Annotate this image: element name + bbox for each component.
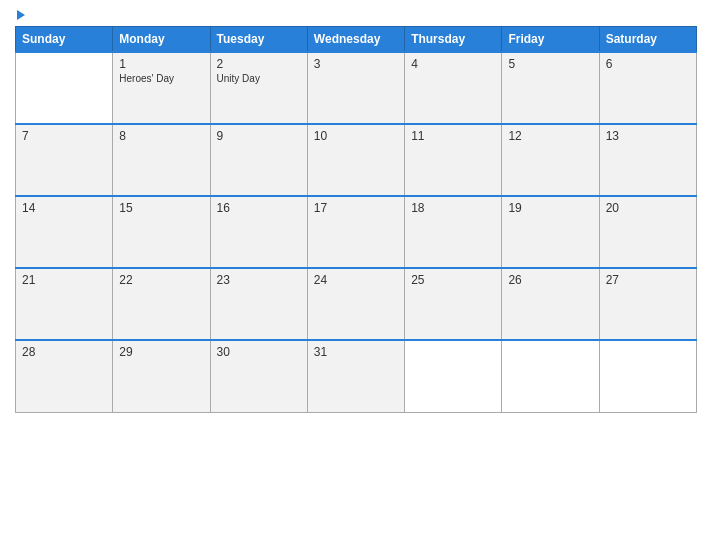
calendar-cell: 18 [405, 196, 502, 268]
week-row-3: 14151617181920 [16, 196, 697, 268]
weekday-header-row: SundayMondayTuesdayWednesdayThursdayFrid… [16, 27, 697, 53]
day-number: 10 [314, 129, 398, 143]
weekday-header-thursday: Thursday [405, 27, 502, 53]
calendar-cell: 6 [599, 52, 696, 124]
calendar-cell: 16 [210, 196, 307, 268]
calendar-cell: 3 [307, 52, 404, 124]
event-label: Heroes' Day [119, 73, 203, 84]
week-row-5: 28293031 [16, 340, 697, 412]
day-number: 25 [411, 273, 495, 287]
calendar-cell: 1Heroes' Day [113, 52, 210, 124]
calendar-cell: 9 [210, 124, 307, 196]
day-number: 6 [606, 57, 690, 71]
day-number: 27 [606, 273, 690, 287]
calendar-cell: 2Unity Day [210, 52, 307, 124]
day-number: 26 [508, 273, 592, 287]
calendar-cell: 14 [16, 196, 113, 268]
weekday-header-wednesday: Wednesday [307, 27, 404, 53]
day-number: 30 [217, 345, 301, 359]
calendar-cell: 29 [113, 340, 210, 412]
calendar-cell: 7 [16, 124, 113, 196]
calendar-cell: 17 [307, 196, 404, 268]
day-number: 5 [508, 57, 592, 71]
calendar-cell: 10 [307, 124, 404, 196]
day-number: 4 [411, 57, 495, 71]
day-number: 16 [217, 201, 301, 215]
day-number: 1 [119, 57, 203, 71]
calendar-page: SundayMondayTuesdayWednesdayThursdayFrid… [0, 0, 712, 550]
day-number: 29 [119, 345, 203, 359]
day-number: 28 [22, 345, 106, 359]
calendar-cell: 11 [405, 124, 502, 196]
calendar-cell: 27 [599, 268, 696, 340]
logo-blue-text [15, 10, 25, 20]
weekday-header-friday: Friday [502, 27, 599, 53]
day-number: 22 [119, 273, 203, 287]
calendar-cell [16, 52, 113, 124]
calendar-cell: 22 [113, 268, 210, 340]
calendar-cell: 5 [502, 52, 599, 124]
calendar-cell: 13 [599, 124, 696, 196]
day-number: 15 [119, 201, 203, 215]
calendar-table: SundayMondayTuesdayWednesdayThursdayFrid… [15, 26, 697, 413]
calendar-cell [502, 340, 599, 412]
day-number: 21 [22, 273, 106, 287]
day-number: 7 [22, 129, 106, 143]
calendar-cell: 15 [113, 196, 210, 268]
calendar-cell: 23 [210, 268, 307, 340]
day-number: 3 [314, 57, 398, 71]
calendar-cell: 30 [210, 340, 307, 412]
week-row-1: 1Heroes' Day2Unity Day3456 [16, 52, 697, 124]
calendar-cell: 31 [307, 340, 404, 412]
calendar-cell: 19 [502, 196, 599, 268]
day-number: 19 [508, 201, 592, 215]
logo [15, 10, 25, 20]
calendar-cell: 20 [599, 196, 696, 268]
calendar-cell: 26 [502, 268, 599, 340]
day-number: 18 [411, 201, 495, 215]
calendar-cell: 8 [113, 124, 210, 196]
logo-triangle-icon [17, 10, 25, 20]
day-number: 2 [217, 57, 301, 71]
day-number: 14 [22, 201, 106, 215]
calendar-cell: 4 [405, 52, 502, 124]
calendar-cell: 25 [405, 268, 502, 340]
calendar-cell: 24 [307, 268, 404, 340]
day-number: 12 [508, 129, 592, 143]
event-label: Unity Day [217, 73, 301, 84]
day-number: 8 [119, 129, 203, 143]
weekday-header-tuesday: Tuesday [210, 27, 307, 53]
day-number: 23 [217, 273, 301, 287]
weekday-header-saturday: Saturday [599, 27, 696, 53]
day-number: 31 [314, 345, 398, 359]
day-number: 20 [606, 201, 690, 215]
day-number: 17 [314, 201, 398, 215]
day-number: 11 [411, 129, 495, 143]
calendar-cell: 21 [16, 268, 113, 340]
week-row-4: 21222324252627 [16, 268, 697, 340]
calendar-cell: 28 [16, 340, 113, 412]
calendar-header [15, 10, 697, 20]
weekday-header-monday: Monday [113, 27, 210, 53]
day-number: 9 [217, 129, 301, 143]
day-number: 24 [314, 273, 398, 287]
calendar-cell [405, 340, 502, 412]
calendar-cell [599, 340, 696, 412]
calendar-cell: 12 [502, 124, 599, 196]
week-row-2: 78910111213 [16, 124, 697, 196]
weekday-header-sunday: Sunday [16, 27, 113, 53]
day-number: 13 [606, 129, 690, 143]
